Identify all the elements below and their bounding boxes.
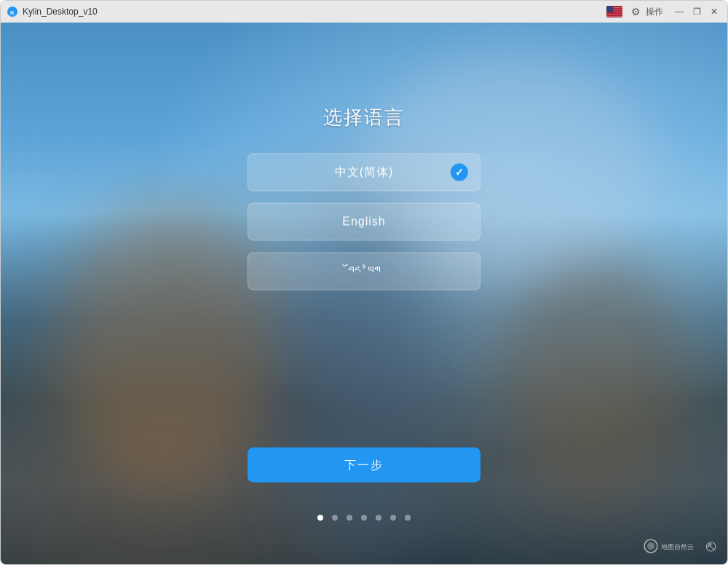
title-bar-controls: ⚙ 操作 — ❐ ✕ bbox=[606, 4, 721, 19]
language-label-ti: བོད་ཡིག bbox=[348, 265, 381, 278]
dot-1 bbox=[317, 515, 323, 521]
window-title: Kylin_Desktop_v10 bbox=[23, 7, 98, 17]
dot-2 bbox=[332, 515, 338, 521]
dot-5 bbox=[376, 515, 381, 521]
svg-text:地图自然云: 地图自然云 bbox=[660, 543, 694, 550]
watermark: 地图自然云 ⎋ bbox=[644, 537, 716, 556]
bg-shape2 bbox=[502, 251, 684, 506]
title-bar: K Kylin_Desktop_v10 ⚙ 操作 — ❐ ✕ bbox=[1, 1, 727, 23]
exit-icon[interactable]: ⎋ bbox=[706, 537, 716, 556]
pagination-dots bbox=[317, 515, 411, 521]
svg-point-3 bbox=[647, 542, 654, 550]
watermark-logo: 地图自然云 bbox=[644, 537, 702, 555]
settings-label: 操作 bbox=[646, 6, 663, 18]
minimize-button[interactable]: — bbox=[672, 4, 687, 19]
restore-button[interactable]: ❐ bbox=[689, 4, 704, 19]
language-label-zh: 中文(简体) bbox=[335, 165, 394, 180]
dot-6 bbox=[390, 515, 396, 521]
language-option-ti[interactable]: བོད་ཡིག bbox=[248, 253, 480, 291]
svg-text:K: K bbox=[10, 9, 15, 16]
dot-4 bbox=[361, 515, 367, 521]
selected-checkmark bbox=[451, 164, 468, 181]
app-icon: K bbox=[7, 6, 18, 17]
close-button[interactable]: ✕ bbox=[707, 4, 721, 19]
main-content: 选择语言 中文(简体) English བོད་ཡིག 下一步 bbox=[1, 23, 727, 564]
flag-icon bbox=[606, 6, 622, 17]
dot-7 bbox=[405, 515, 411, 521]
app-window: K Kylin_Desktop_v10 ⚙ 操作 — ❐ ✕ 选择语言 bbox=[0, 0, 728, 565]
language-option-en[interactable]: English bbox=[248, 203, 480, 241]
dot-3 bbox=[347, 515, 352, 521]
dialog-title: 选择语言 bbox=[323, 105, 405, 130]
language-dialog: 选择语言 中文(简体) English བོད་ཡིག 下一步 bbox=[233, 105, 495, 483]
title-bar-left: K Kylin_Desktop_v10 bbox=[7, 6, 98, 17]
language-option-zh[interactable]: 中文(简体) bbox=[248, 154, 480, 191]
gear-icon[interactable]: ⚙ bbox=[628, 4, 643, 19]
language-label-en: English bbox=[342, 216, 385, 229]
next-button[interactable]: 下一步 bbox=[248, 448, 480, 483]
